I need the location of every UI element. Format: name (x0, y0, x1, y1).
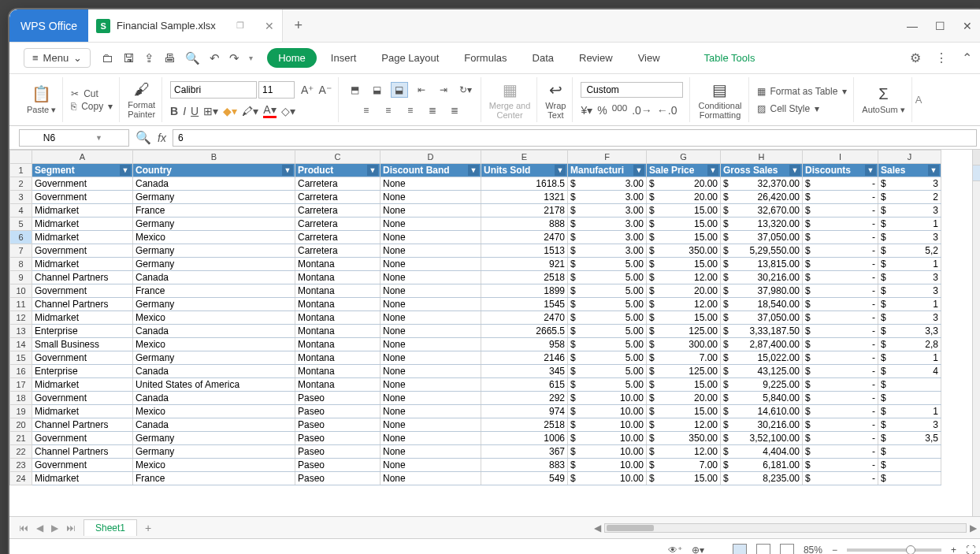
cell[interactable]: Paseo (295, 445, 380, 459)
filter-dropdown-icon[interactable]: ▼ (120, 165, 131, 176)
cell[interactable]: 549 (481, 472, 568, 485)
cell[interactable]: None (380, 271, 481, 284)
cell[interactable]: $3.00 (568, 244, 647, 258)
cell[interactable]: Canada (133, 325, 295, 338)
filter-dropdown-icon[interactable]: ▼ (282, 165, 293, 176)
settings-icon[interactable]: ⚙ (910, 50, 921, 65)
currency-icon[interactable]: ¥▾ (581, 104, 592, 117)
table-header-cell[interactable]: Units Sold▼ (481, 164, 568, 177)
cell[interactable]: $1 (878, 218, 941, 231)
cell[interactable]: $- (803, 325, 878, 338)
cell[interactable]: Montana (295, 284, 380, 298)
cell[interactable]: $3 (878, 311, 941, 325)
cell[interactable]: $15.00 (647, 218, 721, 231)
row-header[interactable]: 3 (10, 191, 32, 204)
cell[interactable]: $3 (878, 418, 941, 432)
tab-table-tools[interactable]: Table Tools (693, 48, 767, 68)
font-color-icon[interactable]: A▾ (263, 103, 276, 118)
tab-view[interactable]: View (627, 48, 671, 68)
cell[interactable]: 2146 (481, 351, 568, 365)
cell[interactable]: $- (803, 445, 878, 459)
cell[interactable]: Germany (133, 432, 295, 445)
row-header[interactable]: 21 (10, 432, 32, 445)
cell[interactable]: $ (878, 445, 941, 459)
cell[interactable]: $4 (878, 365, 941, 378)
cell[interactable]: $5,2 (878, 244, 941, 258)
cell[interactable]: None (380, 325, 481, 338)
table-header-cell[interactable]: Discount Band▼ (380, 164, 481, 177)
close-tab-icon[interactable]: ✕ (265, 20, 274, 32)
cell[interactable]: Germany (133, 218, 295, 231)
cell[interactable]: $3 (878, 284, 941, 298)
cell[interactable]: Government (32, 459, 133, 472)
cell[interactable]: $26,420.00 (721, 191, 803, 204)
cell[interactable]: $18,540.00 (721, 298, 803, 311)
cell[interactable]: $- (803, 365, 878, 378)
cell[interactable]: $5.00 (568, 365, 647, 378)
save-icon[interactable]: 🖫 (123, 51, 135, 65)
row-header[interactable]: 22 (10, 445, 32, 459)
cell[interactable]: Government (32, 177, 133, 191)
cell[interactable]: 1899 (481, 284, 568, 298)
cell[interactable]: France (133, 284, 295, 298)
cell[interactable]: 1513 (481, 244, 568, 258)
cell[interactable]: $5.00 (568, 325, 647, 338)
cell[interactable]: None (380, 392, 481, 405)
formula-input[interactable] (173, 129, 977, 147)
paste-label[interactable]: Paste (27, 105, 49, 114)
cell[interactable]: Paseo (295, 405, 380, 418)
cell[interactable]: $32,370.00 (721, 177, 803, 191)
view-normal-icon[interactable] (733, 544, 747, 555)
cell[interactable]: Montana (295, 271, 380, 284)
autosum-group[interactable]: Σ AutoSum ▾ (856, 77, 911, 122)
sheet-nav-prev-icon[interactable]: ◀ (36, 522, 43, 534)
cell[interactable]: Montana (295, 365, 380, 378)
cell[interactable]: 2518 (481, 271, 568, 284)
cell[interactable]: None (380, 231, 481, 244)
justify-icon[interactable]: ≣ (424, 102, 441, 118)
row-header[interactable]: 1 (10, 164, 32, 177)
cell[interactable]: Government (32, 351, 133, 365)
cell[interactable]: 367 (481, 445, 568, 459)
cell[interactable]: $15.00 (647, 258, 721, 271)
format-as-table-button[interactable]: ▦ Format as Table ▾ (757, 86, 848, 97)
row-header[interactable]: 11 (10, 298, 32, 311)
cell[interactable]: Canada (133, 177, 295, 191)
cell[interactable]: $15.00 (647, 204, 721, 218)
merge-group[interactable]: ▦ Merge and Center (483, 77, 538, 122)
cell[interactable]: $- (803, 432, 878, 445)
cell[interactable]: Midmarket (32, 231, 133, 244)
cell[interactable]: $- (803, 218, 878, 231)
cell[interactable]: Midmarket (32, 258, 133, 271)
cell[interactable]: $10.00 (568, 418, 647, 432)
cell[interactable]: $- (803, 271, 878, 284)
align-middle-icon[interactable]: ⬓ (369, 82, 386, 98)
cell[interactable]: 883 (481, 459, 568, 472)
clear-format-icon[interactable]: ◇▾ (281, 105, 295, 117)
cell[interactable]: $2,8 (878, 338, 941, 351)
sheet-nav-next-icon[interactable]: ▶ (51, 522, 58, 534)
cell[interactable]: Montana (295, 378, 380, 392)
cell[interactable]: $350.00 (647, 244, 721, 258)
cell[interactable]: None (380, 351, 481, 365)
cell[interactable]: None (380, 338, 481, 351)
cell[interactable]: Canada (133, 365, 295, 378)
cell[interactable]: None (380, 445, 481, 459)
cell[interactable]: $10.00 (568, 445, 647, 459)
cell[interactable]: Midmarket (32, 405, 133, 418)
cell[interactable]: $ (878, 472, 941, 485)
col-header[interactable]: B (133, 151, 295, 164)
paste-icon[interactable]: 📋 (32, 84, 51, 103)
cell[interactable]: Carretera (295, 204, 380, 218)
zoom-formula-icon[interactable]: 🔍 (135, 130, 151, 145)
cell[interactable]: Enterprise (32, 325, 133, 338)
row-header[interactable]: 6 (10, 231, 32, 244)
align-right-icon[interactable]: ≡ (402, 102, 419, 118)
cell[interactable]: None (380, 472, 481, 485)
font-name-input[interactable] (170, 81, 257, 99)
cell[interactable]: 345 (481, 365, 568, 378)
cell[interactable]: Carretera (295, 177, 380, 191)
tab-page-layout[interactable]: Page Layout (370, 48, 450, 68)
cell[interactable]: $2,87,400.00 (721, 338, 803, 351)
cell[interactable]: $- (803, 298, 878, 311)
